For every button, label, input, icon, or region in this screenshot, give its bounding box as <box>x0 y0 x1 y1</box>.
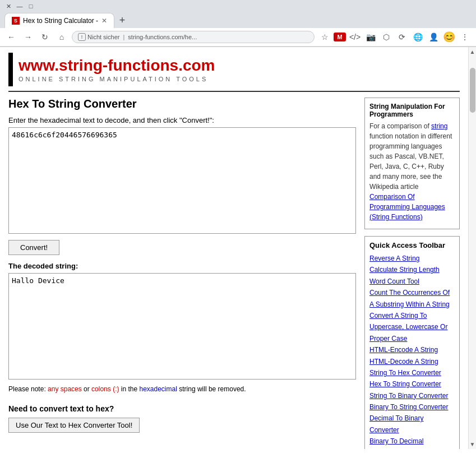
code-icon[interactable]: </> <box>348 30 362 44</box>
quick-link-1[interactable]: Calculate String Length <box>369 264 455 275</box>
quick-link-6[interactable]: HTML-Decode A String <box>369 356 455 367</box>
quick-link-10[interactable]: Binary To String Converter <box>369 401 455 413</box>
decoded-output: Hallo Device <box>8 273 356 380</box>
info-box: String Manipulation For Programmers For … <box>364 98 460 229</box>
quick-link-5[interactable]: HTML-Encode A String <box>369 344 455 355</box>
quick-access-box: Quick Access Toolbar Reverse A StringCal… <box>364 236 460 449</box>
logo-subtitle: ONLINE STRING MANIPULATION TOOLS <box>19 76 215 82</box>
maximize-window-btn[interactable]: □ <box>27 2 35 10</box>
need-convert-section: Need to convert text to hex? Use Our Tex… <box>8 404 356 433</box>
decoded-label: The decoded string: <box>8 262 356 270</box>
logo-content: www.string-functions.com ONLINE STRING M… <box>19 57 215 82</box>
forward-btn[interactable]: → <box>21 30 35 44</box>
note-highlight-colons: colons (:) <box>91 385 119 393</box>
quick-link-9[interactable]: String To Binary Converter <box>369 390 455 401</box>
wiki-link[interactable]: Comparison Of Programming Languages (Str… <box>369 193 445 221</box>
minimize-window-btn[interactable]: — <box>16 2 24 10</box>
avatar-icon[interactable]: 😊 <box>442 30 456 44</box>
logo-bar <box>8 53 13 86</box>
quick-link-4[interactable]: Convert A String To Uppercase, Lowercase… <box>369 310 455 344</box>
scroll-up-btn[interactable]: ▲ <box>468 47 476 57</box>
tab-close-btn[interactable]: ✕ <box>101 17 107 25</box>
main-column: Hex To String Converter Enter the hexade… <box>8 98 356 449</box>
close-window-btn[interactable]: ✕ <box>4 2 12 10</box>
quick-links-list: Reverse A StringCalculate String LengthW… <box>369 253 455 449</box>
address-text: string-functions.com/he... <box>128 34 197 40</box>
quick-link-12[interactable]: Binary To Decimal Converter <box>369 436 455 449</box>
logo-title[interactable]: www.string-functions.com <box>19 57 215 75</box>
bookmark-icon[interactable]: ☆ <box>318 30 331 44</box>
string-link[interactable]: string <box>431 122 447 130</box>
nav-icons: ☆ M </> 📷 ⬡ ⟳ 🌐 👤 😊 ⋮ <box>318 30 472 44</box>
title-bar-controls: ✕ — □ <box>4 2 35 10</box>
page-wrapper: www.string-functions.com ONLINE STRING M… <box>0 47 476 449</box>
quick-access-title: Quick Access Toolbar <box>369 241 455 249</box>
sidebar: String Manipulation For Programmers For … <box>364 98 460 449</box>
home-btn[interactable]: ⌂ <box>55 30 68 44</box>
active-tab[interactable]: S Hex to String Calculator - ✕ <box>4 13 114 28</box>
input-label: Enter the hexadecimal text to decode, an… <box>8 116 356 124</box>
info-box-title: String Manipulation For Programmers <box>369 103 455 118</box>
quick-link-11[interactable]: Decimal To Binary Converter <box>369 413 455 436</box>
sync-icon[interactable]: ⟳ <box>395 30 409 44</box>
scrollbar-thumb[interactable] <box>470 68 475 113</box>
quick-link-7[interactable]: String To Hex Converter <box>369 367 455 378</box>
need-convert-title: Need to convert text to hex? <box>8 404 356 413</box>
decoded-value: Hallo Device <box>12 276 64 285</box>
page-content: www.string-functions.com ONLINE STRING M… <box>0 47 468 449</box>
profile-icon[interactable]: 👤 <box>427 30 440 44</box>
security-label: Nicht sicher <box>87 34 119 40</box>
note-text: Please note: any spaces or colons (:) in… <box>8 385 356 393</box>
scrollbar[interactable]: ▲ ▼ <box>468 47 476 449</box>
puzzle-icon[interactable]: ⬡ <box>380 30 393 44</box>
security-icon: ! <box>78 33 86 41</box>
tab-bar: S Hex to String Calculator - ✕ + <box>0 12 476 28</box>
tab-favicon: S <box>12 17 20 25</box>
globe-icon[interactable]: 🌐 <box>411 30 424 44</box>
text-to-hex-link[interactable]: Use Our Text to Hex Converter Tool! <box>8 418 140 433</box>
note-highlight-spaces: any spaces <box>48 385 82 393</box>
quick-link-8[interactable]: Hex To String Converter <box>369 378 455 390</box>
address-bar[interactable]: ! Nicht sicher | string-functions.com/he… <box>72 31 315 43</box>
browser-chrome: ✕ — □ S Hex to String Calculator - ✕ + ←… <box>0 0 476 47</box>
nav-bar: ← → ↻ ⌂ ! Nicht sicher | string-function… <box>0 28 476 47</box>
tab-title: Hex to String Calculator - <box>23 17 98 25</box>
quick-link-3[interactable]: Count The Occurrences Of A Substring Wit… <box>369 287 455 310</box>
camera-icon[interactable]: 📷 <box>364 30 377 44</box>
site-header: www.string-functions.com ONLINE STRING M… <box>8 53 460 92</box>
info-box-body: For a comparison of string function nota… <box>369 121 455 222</box>
new-tab-btn[interactable]: + <box>114 12 130 28</box>
quick-link-0[interactable]: Reverse A String <box>369 253 455 264</box>
title-bar: ✕ — □ <box>0 0 476 12</box>
scroll-down-btn[interactable]: ▼ <box>468 440 476 449</box>
refresh-btn[interactable]: ↻ <box>38 30 52 44</box>
quick-link-2[interactable]: Word Count Tool <box>369 276 455 287</box>
hex-input[interactable]: 48616c6c6f20446576696365 <box>8 127 356 234</box>
tool-title: Hex To String Converter <box>8 98 356 110</box>
back-btn[interactable]: ← <box>4 30 18 44</box>
extensions-m-icon[interactable]: M <box>334 33 346 41</box>
security-badge: ! Nicht sicher | string-functions.com/he… <box>78 33 197 41</box>
menu-icon[interactable]: ⋮ <box>458 30 472 44</box>
note-highlight-hex: hexadecimal <box>140 385 177 393</box>
convert-button[interactable]: Convert! <box>8 240 59 255</box>
main-layout: Hex To String Converter Enter the hexade… <box>8 98 460 449</box>
